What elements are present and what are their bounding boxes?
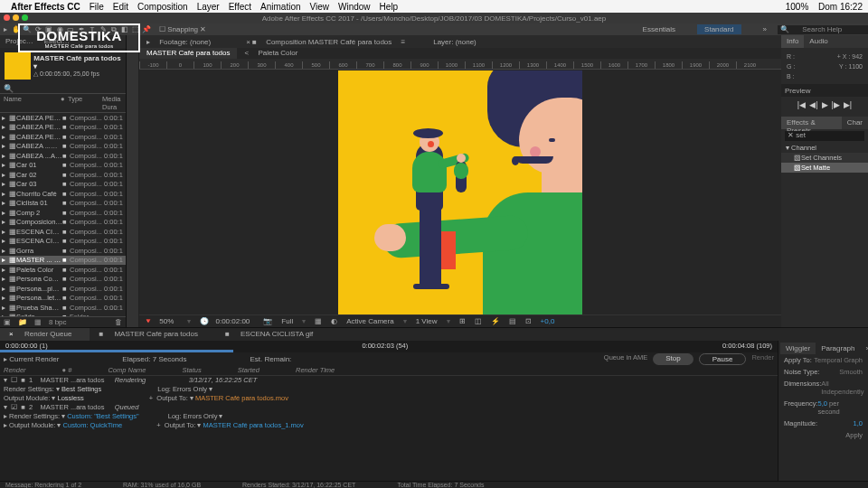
effect-set-channels[interactable]: ▧ Set Channels	[781, 153, 868, 163]
project-item[interactable]: ▸▦Paleta Color■Composi...0:00:1	[0, 265, 126, 275]
minimize-icon[interactable]	[13, 14, 19, 21]
wiggler-tab[interactable]: Wiggler	[780, 343, 816, 354]
prev-frame-icon[interactable]: ◀|	[809, 100, 817, 109]
project-item[interactable]: ▸▦Car 02■Composi...0:00:1	[0, 170, 126, 180]
queue-in-ame-button[interactable]: Queue in AME	[604, 353, 647, 365]
preview-panel-header[interactable]: Preview	[781, 84, 868, 97]
interpret-icon[interactable]: ▣	[4, 318, 11, 326]
search-help-input[interactable]: 🔍 Search Help	[778, 25, 868, 34]
artboard	[338, 70, 582, 314]
play-icon[interactable]: ▶	[822, 100, 828, 109]
project-item[interactable]: ▸▦CABEZA ...AJE V01B RIG■Composi...0:00:…	[0, 151, 126, 161]
pixel-ar-icon[interactable]: ◫	[475, 317, 482, 325]
menubar-clock: Dom 16:22	[818, 2, 863, 12]
workspace-standard[interactable]: Standard	[697, 24, 741, 34]
next-frame-icon[interactable]: |▶	[832, 100, 840, 109]
menu-animation[interactable]: Animation	[260, 2, 300, 12]
project-item[interactable]: ▸▦Ciclista 01■Composi...0:00:1	[0, 199, 126, 209]
menu-composition[interactable]: Composition	[137, 2, 188, 12]
project-item[interactable]: ▸▦Chorrito Café■Composi...0:00:1	[0, 189, 126, 199]
render-item-2[interactable]: ▾ ☑ ■ 2 MASTER ...ara todos Queued	[0, 403, 778, 412]
view-opt-icon[interactable]: ⊞	[459, 317, 466, 325]
col-media[interactable]: Media Dura	[102, 95, 122, 111]
character-tab[interactable]: Char	[842, 117, 868, 129]
new-comp-icon[interactable]: ▦	[34, 318, 42, 326]
project-item[interactable]: ▸▦ESCENA CICLISTA gif■Composi...0:00:1	[0, 237, 126, 247]
footage-tab[interactable]: ▸ Footage: (none)	[139, 36, 225, 48]
project-search-icon[interactable]: 🔍	[4, 84, 14, 93]
project-item[interactable]: ▸▦Car 01■Composi...0:00:1	[0, 161, 126, 171]
flowchart-icon[interactable]: ⊡	[525, 317, 532, 325]
audio-tab[interactable]: Audio	[804, 35, 833, 48]
subtab-master[interactable]: MASTER Café para todos	[139, 48, 237, 59]
last-frame-icon[interactable]: ▶|	[844, 100, 852, 109]
project-item[interactable]: ▸▦Comp 2■Composi...0:00:1	[0, 208, 126, 218]
timeline-icon[interactable]: ▤	[509, 317, 516, 325]
timeline-escena-tab[interactable]: ■ ESCENA CICLISTA gif	[216, 328, 331, 341]
pause-button[interactable]: Pause	[699, 353, 747, 365]
new-folder-icon[interactable]: 📁	[18, 318, 27, 326]
trash-icon[interactable]: 🗑	[115, 318, 122, 326]
timecode-display[interactable]: 🕓 0:00:02:00	[200, 317, 254, 325]
menu-edit[interactable]: Edit	[113, 2, 128, 12]
project-item[interactable]: ▸▦Persona Completo V01■Composi...0:00:1	[0, 275, 126, 285]
stop-button[interactable]: Stop	[653, 353, 693, 365]
zoom-dropdown[interactable]: 🔻 50%	[144, 317, 178, 325]
project-item[interactable]: ▸▦Persona...pleto V01 RIG■Composi...0:00…	[0, 284, 126, 294]
effects-search-input[interactable]: ✕ set	[785, 131, 864, 141]
menu-file[interactable]: File	[90, 2, 104, 12]
menu-view[interactable]: View	[310, 2, 330, 12]
project-item[interactable]: ▸▦CABEZA PERSONAJE Café■Composi...0:00:1	[0, 123, 126, 133]
selection-tool-icon[interactable]: ▸	[0, 25, 11, 33]
puppet-tool-icon[interactable]: 📌	[141, 25, 152, 33]
project-item[interactable]: ▸▦Prueba Shape Layer■Composi...0:00:1	[0, 303, 126, 313]
project-item[interactable]: ▸▦Gorra■Composi...0:00:1	[0, 246, 126, 256]
snapshot-icon[interactable]: 📷	[263, 317, 272, 325]
app-name[interactable]: After Effects CC	[11, 2, 80, 12]
menu-window[interactable]: Window	[338, 2, 371, 12]
first-frame-icon[interactable]: |◀	[797, 100, 806, 109]
workspace-essentials[interactable]: Essentials	[643, 25, 675, 33]
canvas[interactable]	[139, 70, 781, 314]
fast-preview-icon[interactable]: ⚡	[491, 317, 500, 325]
project-item[interactable]: ▸▦ESCENA CICLISTA■Composi...0:00:1	[0, 227, 126, 237]
menu-help[interactable]: Help	[380, 2, 399, 12]
project-list[interactable]: ▸▦CABEZA PERSONAJE Bici■Composi...0:00:1…	[0, 113, 126, 316]
project-item[interactable]: ▸▦Composicion para Loop■Composi...0:00:1	[0, 218, 126, 228]
effects-presets-tab[interactable]: Effects & Presets	[781, 117, 842, 129]
render-queue-tab[interactable]: × Render Queue	[0, 328, 90, 341]
menu-layer[interactable]: Layer	[197, 2, 220, 12]
timeline-master-tab[interactable]: ■ MASTER Café para todos	[90, 328, 216, 341]
project-item[interactable]: ▸▦CABEZA ...ONAJE V01B■Composi...0:00:1	[0, 142, 126, 152]
mask-icon[interactable]: ◐	[331, 317, 337, 325]
wiggler-apply-button[interactable]: Apply	[845, 431, 863, 439]
render-button[interactable]: Render	[751, 353, 774, 365]
col-type[interactable]: Type	[68, 95, 102, 111]
effects-group-channel[interactable]: ▾ Channel	[781, 143, 868, 153]
close-icon[interactable]	[4, 14, 10, 21]
traffic-lights[interactable]	[4, 14, 28, 21]
project-item[interactable]: ▸▦CABEZA PERSONAJE V01■Composi...0:00:1	[0, 132, 126, 142]
project-item[interactable]: ▸▦Persona...leto V01 RIG 2■Composi...0:0…	[0, 294, 126, 304]
views-dropdown[interactable]: 1 View	[416, 317, 438, 325]
comp-thumbnail[interactable]	[5, 52, 31, 80]
project-item[interactable]: ▸▦MASTER ... para todos■Composi...0:00:1	[0, 256, 126, 266]
effect-set-matte[interactable]: ▧ Set Matte	[781, 163, 868, 173]
snapping-toggle[interactable]: ☐ Snapping ✕	[159, 25, 206, 33]
grid-icon[interactable]: ▦	[315, 317, 322, 325]
subtab-paleta[interactable]: < Paleta Color	[237, 48, 312, 59]
project-item[interactable]: ▸▦Car 03■Composi...0:00:1	[0, 180, 126, 190]
render-item-1[interactable]: ▾ ☐ ■ 1 MASTER ...ara todos Rendering 3/…	[0, 376, 778, 385]
layer-tab[interactable]: Layer: (none)	[426, 36, 484, 48]
maximize-icon[interactable]	[22, 14, 28, 21]
info-tab[interactable]: Info	[781, 35, 804, 48]
comp-viewer-tab[interactable]: × ■ Composition MASTER Café para todos ≡	[239, 36, 412, 48]
bpc-toggle[interactable]: 8 bpc	[49, 318, 67, 326]
camera-dropdown[interactable]: Active Camera	[346, 317, 393, 325]
paragraph-tab[interactable]: Paragraph	[816, 343, 860, 354]
resolution-dropdown[interactable]: Full	[281, 317, 293, 325]
exposure-value[interactable]: +0,0	[541, 317, 555, 325]
col-name[interactable]: Name	[4, 95, 61, 111]
project-item[interactable]: ▸▦CABEZA PERSONAJE Bici■Composi...0:00:1	[0, 113, 126, 123]
menu-effect[interactable]: Effect	[229, 2, 251, 12]
